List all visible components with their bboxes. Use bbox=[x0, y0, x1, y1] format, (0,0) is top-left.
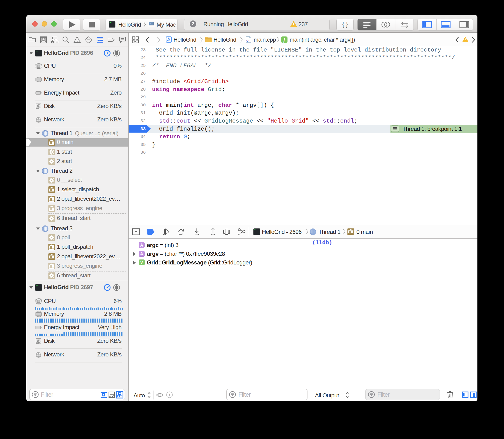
svg-text:i: i bbox=[169, 393, 170, 397]
svg-text:C++: C++ bbox=[246, 39, 251, 42]
